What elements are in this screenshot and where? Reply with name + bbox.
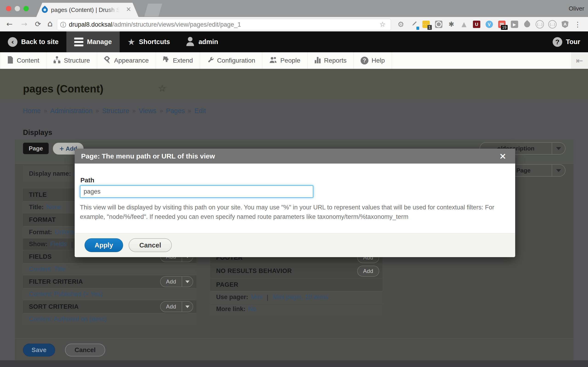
menu-item-people[interactable]: People [262,52,307,69]
back-to-site-button[interactable]: ‹ Back to site [0,31,66,52]
displays-middle-column: FOOTER Add NO RESULTS BEHAVIOR Add PAGER… [210,251,382,315]
displays-heading: Displays [23,128,52,137]
toolbar-collapse-icon[interactable]: ⇤ [571,52,588,69]
path-label: Path [80,177,95,184]
forward-icon[interactable]: → [21,20,27,28]
url-text[interactable]: drupal8.docksal/admin/structure/views/vi… [69,21,241,28]
extension-row: ⚙ ··· 1 ✱ ▲ U V 19 ▶ {…} {…} A ⋮ [397,18,582,30]
plus-icon: + [59,145,64,152]
sort-add-button[interactable]: Add [160,301,193,312]
todoist-extension-icon[interactable]: 19 [498,20,506,29]
drupal-extension-icon[interactable] [523,20,531,29]
back-icon[interactable]: ← [6,20,13,28]
path-input[interactable] [80,185,313,198]
color-picker-icon[interactable] [409,20,418,29]
modal-close-icon[interactable]: × [499,151,506,161]
menu-item-appearance[interactable]: Appearance [97,52,156,69]
filter-item-row: Content: Published (= Yes) [23,288,196,300]
tab-title-fade [106,5,124,15]
tab-close-icon[interactable]: × [126,6,131,12]
use-pager-row: Use pager: Mini | Mini pager, 10 items [210,291,382,303]
dropdown-caret-icon[interactable] [552,143,565,154]
shortcuts-button[interactable]: ★ Shortcuts [120,31,178,52]
settings-gear-icon[interactable]: ⚙ [397,20,405,29]
puzzle-icon [163,56,170,65]
filter-add-button[interactable]: Add [160,276,193,287]
play-extension-icon[interactable]: ▶ [510,20,519,29]
show-fields-link[interactable]: Fields [50,241,67,248]
menu-item-help[interactable]: ? Help [354,52,392,69]
sort-item-row: Content: Authored on (desc) [23,313,196,325]
help-icon: ? [361,57,368,65]
page-title-star-icon[interactable]: ☆ [158,83,166,94]
breadcrumb-home[interactable]: Home [23,107,41,115]
screen: Oliver pages (Content) | Drush Site-In ×… [0,0,588,367]
angular-extension-icon[interactable]: A [561,20,569,29]
document-icon [7,56,14,65]
menu-item-configuration[interactable]: Configuration [200,52,262,69]
menu-item-extend[interactable]: Extend [156,52,200,69]
filter-criteria-header: FILTER CRITERIA Add [23,275,196,288]
manage-button[interactable]: Manage [66,31,120,52]
reload-icon[interactable]: ⟳ [35,20,41,28]
user-icon [186,36,195,48]
menu-item-structure[interactable]: Structure [46,52,97,69]
window-close-button[interactable] [6,6,11,11]
dark-gear-extension-icon[interactable]: ✱ [447,20,456,29]
json-braces-2-icon[interactable]: {…} [548,20,557,29]
window-zoom-button[interactable] [23,6,29,11]
dropdown-caret-icon[interactable] [552,165,565,176]
breadcrumb-edit[interactable]: Edit [195,107,206,115]
dropdown-caret-icon[interactable] [182,277,193,287]
fields-item-row: Content: Title [23,263,196,275]
paintbrush-icon [104,56,111,65]
menu-item-content[interactable]: Content [0,52,46,69]
admin-user-button[interactable]: admin [178,31,226,52]
people-icon [269,56,277,65]
modal-cancel-button[interactable]: Cancel [129,238,172,252]
window-minimize-button[interactable] [15,6,20,11]
displays-cancel-button[interactable]: Cancel [65,344,105,357]
page-bottom-strip [0,360,588,367]
content-title-link[interactable]: Content: Title [29,266,65,273]
display-page-tab[interactable]: Page [23,143,49,154]
more-link-row: More link: No [210,303,382,315]
camera-extension-icon[interactable] [434,20,443,29]
dropdown-caret-icon[interactable] [182,302,193,312]
vimeo-extension-icon[interactable]: V [485,20,493,29]
url-domain: drupal8.docksal [69,21,112,28]
title-none-link[interactable]: None [46,204,61,211]
more-link-no-link[interactable]: No [248,306,256,313]
use-pager-mini-link[interactable]: Mini [251,294,262,301]
browser-menu-icon[interactable]: ⋮ [573,20,582,29]
browser-profile-name[interactable]: Oliver [569,5,584,12]
todoist-badge: 19 [501,25,508,30]
tour-button[interactable]: ? Tour [545,31,588,52]
ublock-extension-icon[interactable]: U [472,20,481,29]
menu-item-reports[interactable]: Reports [308,52,354,69]
page-info-icon[interactable]: ⓘ [60,21,66,29]
save-button[interactable]: Save [23,344,55,357]
apply-button[interactable]: Apply [85,238,123,252]
sort-criteria-header: SORT CRITERIA Add [23,300,196,313]
home-icon[interactable]: ⌂ [47,19,52,28]
nrb-add-button[interactable]: Add [357,266,379,277]
path-modal: Page: The menu path or URL of this view … [75,149,515,257]
breadcrumb-views[interactable]: Views [139,107,156,115]
drupal-admin-toolbar: ‹ Back to site Manage ★ Shortcuts admin … [0,31,588,52]
bookmark-star-icon[interactable]: ☆ [380,20,386,28]
notes-badge: 1 [427,25,432,30]
json-braces-icon[interactable]: {…} [536,20,544,29]
mini-pager-items-link[interactable]: Mini pager, 10 items [273,294,328,301]
notes-extension-icon[interactable]: ··· 1 [422,20,431,29]
drive-extension-icon[interactable]: ▲ [460,20,468,29]
wrench-icon [207,56,214,65]
chevron-left-circle-icon: ‹ [8,37,17,47]
page-title: pages (Content) [23,83,103,95]
breadcrumb-structure[interactable]: Structure [102,107,129,115]
content-published-link[interactable]: Content: Published (= Yes) [29,291,103,298]
content-authored-link[interactable]: Content: Authored on (desc) [29,316,107,323]
breadcrumb-pages[interactable]: Pages [166,107,185,115]
breadcrumb-administration[interactable]: Administration [50,107,93,115]
modal-footer: Apply Cancel [75,233,515,257]
